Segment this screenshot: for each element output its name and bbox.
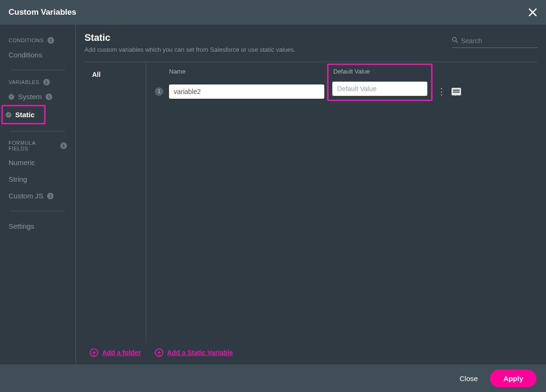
sidebar-item-customjs[interactable]: Custom JS 1	[4, 187, 75, 204]
sidebar: CONDITIONS 1 Conditions VARIABLES 1 ✓ Sy…	[0, 25, 76, 364]
sidebar-item-system[interactable]: ✓ System 1	[4, 88, 75, 105]
column-default-header-inner: Default Value	[333, 68, 370, 75]
variables-column: Name Default Value 1 Default Value ⋮	[146, 62, 537, 343]
add-variable-label: Add a Static Variable	[167, 349, 233, 356]
section-conditions-header: CONDITIONS 1	[0, 35, 75, 47]
check-icon: ✓	[9, 94, 14, 100]
add-folder-label: Add a folder	[102, 349, 141, 356]
modal-body: CONDITIONS 1 Conditions VARIABLES 1 ✓ Sy…	[0, 25, 546, 364]
default-value-highlight: Default Value	[327, 64, 433, 101]
close-button[interactable]: Close	[460, 374, 478, 383]
svg-point-0	[452, 37, 456, 41]
sidebar-item-label: Static	[15, 111, 35, 119]
page-description: Add custom variables which you can set f…	[85, 46, 295, 53]
search-icon	[452, 37, 458, 45]
section-badge: 1	[60, 142, 67, 149]
row-number: 1	[155, 87, 163, 96]
section-badge: 1	[47, 37, 54, 44]
divider	[10, 131, 65, 131]
apply-button[interactable]: Apply	[490, 370, 537, 387]
main-header: Static Add custom variables which you ca…	[85, 32, 537, 62]
section-label: CONDITIONS	[9, 37, 44, 43]
sidebar-item-label: Settings	[9, 222, 34, 230]
page-title: Static	[85, 32, 295, 43]
add-folder-link[interactable]: + Add a folder	[90, 348, 141, 357]
more-icon[interactable]: ⋮	[437, 86, 445, 97]
plus-icon: +	[155, 348, 163, 357]
sidebar-item-label: String	[9, 175, 27, 183]
default-value-input[interactable]	[332, 82, 427, 96]
section-badge: 1	[43, 79, 50, 85]
search-field[interactable]: ✕	[452, 36, 537, 48]
sidebar-item-conditions[interactable]: Conditions	[4, 47, 75, 63]
divider	[10, 70, 65, 70]
modal-header: Custom Variables	[0, 0, 546, 25]
add-variable-link[interactable]: + Add a Static Variable	[155, 348, 233, 357]
sidebar-item-numeric[interactable]: Numeric	[4, 154, 75, 171]
sidebar-item-label: System	[18, 93, 42, 101]
column-name-header: Name	[169, 68, 332, 75]
close-icon[interactable]	[526, 6, 539, 19]
main-panel: Static Add custom variables which you ca…	[76, 25, 546, 364]
folder-all[interactable]: All	[89, 69, 141, 80]
modal-footer: Close Apply	[0, 364, 546, 392]
sidebar-item-label: Conditions	[9, 51, 42, 59]
row-actions: ⋮	[437, 86, 461, 97]
sidebar-item-string[interactable]: String	[4, 171, 75, 187]
content-row: All Name Default Value 1 Default Value ⋮	[85, 62, 537, 343]
folder-column: All	[85, 62, 146, 343]
item-badge: 1	[47, 193, 54, 199]
sidebar-item-static[interactable]: ✓ Static	[1, 105, 46, 124]
main-titleblock: Static Add custom variables which you ca…	[85, 32, 295, 53]
section-label: FORMULA FIELDS	[9, 140, 56, 151]
sidebar-item-settings[interactable]: Settings	[4, 218, 75, 234]
modal-title: Custom Variables	[9, 8, 76, 17]
search-input[interactable]	[461, 37, 544, 45]
item-badge: 1	[46, 93, 52, 100]
variable-row: 1 Default Value ⋮	[155, 80, 537, 103]
plus-icon: +	[90, 348, 98, 357]
section-formula-header: FORMULA FIELDS 1	[0, 138, 75, 154]
section-variables-header: VARIABLES 1	[0, 77, 75, 88]
bottom-links: + Add a folder + Add a Static Variable	[85, 343, 537, 364]
check-icon: ✓	[6, 112, 11, 118]
variable-name-input[interactable]	[169, 84, 324, 99]
divider	[10, 211, 65, 211]
sidebar-item-label: Custom JS	[9, 192, 43, 200]
sidebar-item-label: Numeric	[9, 159, 35, 167]
section-label: VARIABLES	[9, 79, 39, 85]
svg-line-1	[456, 41, 458, 43]
comment-icon[interactable]	[452, 88, 461, 95]
